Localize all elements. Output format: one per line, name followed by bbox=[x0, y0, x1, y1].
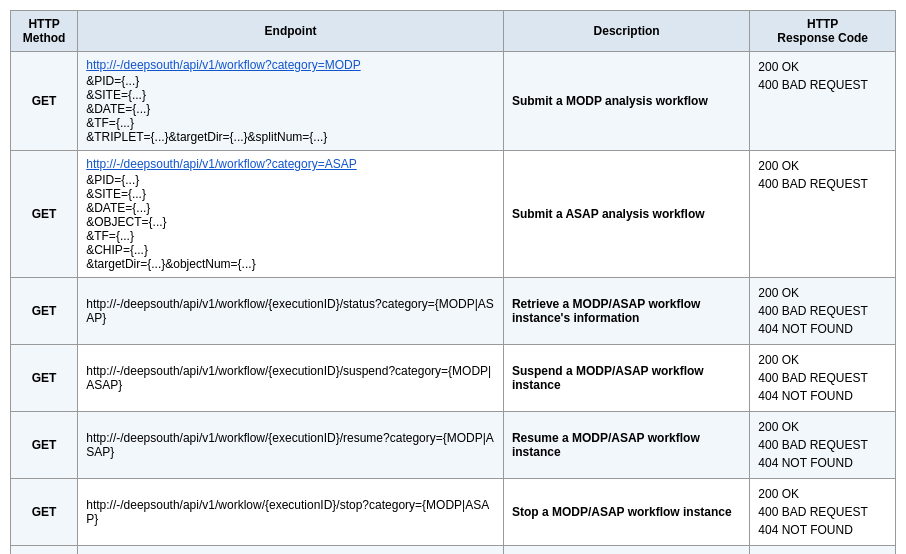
endpoint-text: http://-/deepsouth/api/v1/worklow/{execu… bbox=[86, 498, 489, 526]
endpoint-text: http://-/deepsouth/api/v1/workflow/{exec… bbox=[86, 431, 494, 459]
response-code: 404 NOT FOUND bbox=[758, 320, 887, 338]
response-code: 404 NOT FOUND bbox=[758, 521, 887, 539]
description-cell: Stop a MODP/ASAP workflow instance bbox=[503, 479, 749, 546]
endpoint-cell: http://-/deepsouth/api/v1/worklow/{execu… bbox=[78, 479, 504, 546]
method-cell: GET bbox=[11, 278, 78, 345]
response-code: 400 BAD REQUEST bbox=[758, 503, 887, 521]
response-code: 200 OK bbox=[758, 485, 887, 503]
response-code: 404 NOT FOUND bbox=[758, 387, 887, 405]
method-cell: GET bbox=[11, 151, 78, 278]
table-row: GEThttp://-/deepsouth/api/v1/workflow/{e… bbox=[11, 345, 896, 412]
header-description: Description bbox=[503, 11, 749, 52]
response-code: 200 OK bbox=[758, 284, 887, 302]
description-cell: Suspend a MODP/ASAP workflow instance bbox=[503, 345, 749, 412]
method-cell: GET bbox=[11, 479, 78, 546]
description-cell: List-up resources' status in HTCondor re… bbox=[503, 546, 749, 555]
table-row: GEThttp://-/deepsouth/api/v1/workflow?ca… bbox=[11, 52, 896, 151]
response-cell: 200 OK400 BAD REQUEST404 NOT FOUND bbox=[750, 479, 896, 546]
table-row: GEThttp://-/deepsouth/api/v1/workflow/{e… bbox=[11, 412, 896, 479]
response-code: 400 BAD REQUEST bbox=[758, 302, 887, 320]
endpoint-cell[interactable]: http://-/deepsouth/api/v1/workflow?categ… bbox=[78, 151, 504, 278]
header-method: HTTPMethod bbox=[11, 11, 78, 52]
response-cell: 200 OK400 BAD REQUEST404 NOT FOUND bbox=[750, 412, 896, 479]
response-code: 400 BAD REQUEST bbox=[758, 369, 887, 387]
response-code: 200 OK bbox=[758, 351, 887, 369]
endpoint-cell[interactable]: http://-/deepsouth/api/v1/workflow?categ… bbox=[78, 52, 504, 151]
endpoint-params: &PID={...} &SITE={...} &DATE={...} &OBJE… bbox=[86, 173, 495, 271]
method-cell: GET bbox=[11, 345, 78, 412]
description-cell: Submit a MODP analysis workflow bbox=[503, 52, 749, 151]
endpoint-link[interactable]: http://-/deepsouth/api/v1/workflow?categ… bbox=[86, 58, 360, 72]
response-code: 400 BAD REQUEST bbox=[758, 76, 887, 94]
response-cell: 200 OK400 BAD REQUEST404 NOT FOUND bbox=[750, 278, 896, 345]
response-code: 200 OK bbox=[758, 157, 887, 175]
response-code: 200 OK bbox=[758, 418, 887, 436]
response-code: 400 BAD REQUEST bbox=[758, 175, 887, 193]
response-code: 400 BAD REQUEST bbox=[758, 436, 887, 454]
endpoint-cell: http://-/deepsouth/api/v1/workflow/{exec… bbox=[78, 412, 504, 479]
table-row: GEThttp://-/deepsouth/api/v1/worklow/{ex… bbox=[11, 479, 896, 546]
endpoint-cell: http://-/deepsouth/api/v1/pool/list?cate… bbox=[78, 546, 504, 555]
table-row: GEThttp://-/deepsouth/api/v1/workflow?ca… bbox=[11, 151, 896, 278]
response-code: 404 NOT FOUND bbox=[758, 454, 887, 472]
header-response: HTTPResponse Code bbox=[750, 11, 896, 52]
description-cell: Resume a MODP/ASAP workflow instance bbox=[503, 412, 749, 479]
endpoint-text: http://-/deepsouth/api/v1/workflow/{exec… bbox=[86, 364, 491, 392]
response-cell: 200 OK400 BAD REQUEST404 NOT FOUND bbox=[750, 345, 896, 412]
endpoint-cell: http://-/deepsouth/api/v1/workflow/{exec… bbox=[78, 345, 504, 412]
endpoint-link[interactable]: http://-/deepsouth/api/v1/workflow?categ… bbox=[86, 157, 357, 171]
api-table: HTTPMethod Endpoint Description HTTPResp… bbox=[10, 10, 896, 554]
method-cell: GET bbox=[11, 52, 78, 151]
header-endpoint: Endpoint bbox=[78, 11, 504, 52]
description-cell: Submit a ASAP analysis workflow bbox=[503, 151, 749, 278]
response-cell: 200 OK400 BAD REQUEST bbox=[750, 546, 896, 555]
table-row: GEThttp://-/deepsouth/api/v1/pool/list?c… bbox=[11, 546, 896, 555]
endpoint-cell: http://-/deepsouth/api/v1/workflow/{exec… bbox=[78, 278, 504, 345]
method-cell: GET bbox=[11, 546, 78, 555]
table-row: GEThttp://-/deepsouth/api/v1/workflow/{e… bbox=[11, 278, 896, 345]
description-cell: Retrieve a MODP/ASAP workflow instance's… bbox=[503, 278, 749, 345]
endpoint-text: http://-/deepsouth/api/v1/workflow/{exec… bbox=[86, 297, 494, 325]
response-cell: 200 OK400 BAD REQUEST bbox=[750, 52, 896, 151]
response-code: 200 OK bbox=[758, 58, 887, 76]
response-cell: 200 OK400 BAD REQUEST bbox=[750, 151, 896, 278]
method-cell: GET bbox=[11, 412, 78, 479]
endpoint-params: &PID={...} &SITE={...} &DATE={...} &TF={… bbox=[86, 74, 495, 144]
